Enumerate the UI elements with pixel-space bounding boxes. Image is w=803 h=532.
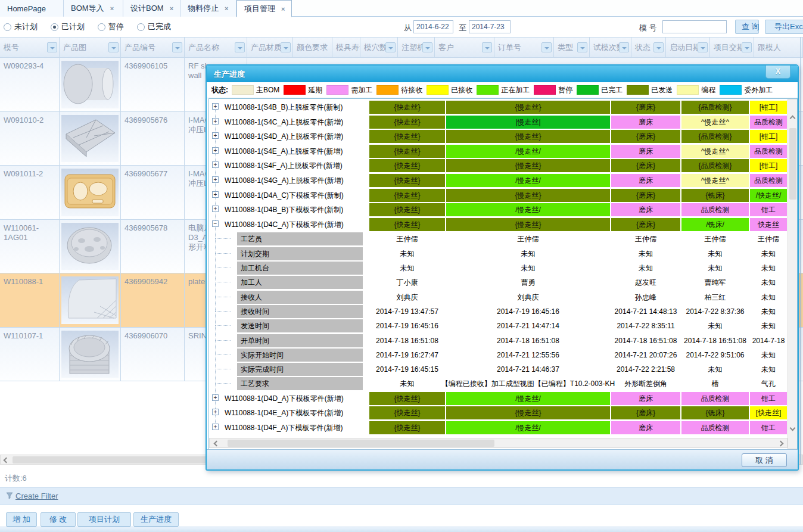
tree-expander-expand[interactable]: + — [212, 103, 219, 110]
process-cell[interactable]: [钳工] — [750, 130, 787, 143]
column-filter-dropdown[interactable] — [742, 42, 752, 52]
tree-row-name[interactable]: W110088-1(S4G_A)上脱板零件(新增) — [225, 176, 368, 186]
process-cell[interactable]: {慢走丝} — [446, 130, 610, 143]
mold-number-input[interactable] — [662, 20, 727, 33]
process-cell[interactable]: {快走丝} — [369, 159, 445, 172]
tree-row-name[interactable]: W110088-1(D4D_A)下模板零件(新增) — [225, 394, 368, 404]
process-cell[interactable]: 磨床 — [611, 174, 680, 187]
process-cell[interactable]: 品质检测 — [681, 203, 749, 216]
process-cell[interactable]: [钳工] — [750, 159, 787, 172]
process-cell[interactable]: {快走丝} — [369, 406, 445, 419]
tree-row-name[interactable]: W110088-1(S4C_A)上脱板零件(新增) — [225, 117, 368, 127]
column-filter-dropdown[interactable] — [172, 42, 182, 52]
process-cell[interactable]: {快走丝} — [369, 392, 445, 405]
process-cell[interactable]: 品质检测 — [750, 174, 787, 187]
process-cell[interactable]: ^慢走丝^ — [681, 174, 749, 187]
process-cell[interactable]: 磨床 — [611, 421, 680, 434]
process-cell[interactable]: {快走丝} — [369, 218, 445, 231]
process-cell[interactable]: {磨床} — [611, 218, 680, 231]
process-cell[interactable]: {品质检测} — [681, 101, 749, 114]
tab-HomePage[interactable]: HomePage — [0, 0, 64, 17]
scroll-right-icon[interactable] — [778, 440, 784, 446]
process-cell[interactable]: 磨床 — [611, 145, 680, 158]
process-cell[interactable]: {磨床} — [611, 101, 680, 114]
process-cell[interactable]: 磨床 — [611, 203, 680, 216]
process-cell[interactable]: {慢走丝} — [446, 159, 610, 172]
process-cell[interactable]: 磨床 — [611, 392, 680, 405]
close-icon[interactable]: X — [765, 66, 790, 79]
to-date-input[interactable] — [469, 20, 511, 33]
scroll-left-icon[interactable] — [214, 440, 220, 446]
column-header-跟模人[interactable]: 跟模人 — [754, 38, 803, 57]
cancel-button[interactable]: 取 消 — [742, 453, 787, 467]
process-cell[interactable]: 品质检测 — [681, 392, 749, 405]
tab-close-icon[interactable]: × — [281, 5, 285, 13]
dialog-vscroll-thumb[interactable] — [789, 128, 796, 200]
tab-设计BOM[interactable]: 设计BOM× — [123, 0, 180, 17]
process-cell[interactable]: /铣床/ — [681, 218, 749, 231]
process-cell[interactable]: {快走丝} — [369, 130, 445, 143]
process-cell[interactable]: /快走丝/ — [750, 189, 787, 202]
radio-已计划[interactable]: 已计划 — [51, 21, 85, 32]
footer-button-修改[interactable]: 修 改 — [41, 512, 76, 527]
process-cell[interactable]: {铣床} — [681, 189, 749, 202]
process-cell[interactable]: {品质检测} — [681, 130, 749, 143]
process-cell[interactable]: 品质检测 — [681, 421, 749, 434]
process-cell[interactable]: 钳工 — [750, 421, 787, 434]
process-cell[interactable]: /慢走丝/ — [446, 421, 610, 434]
dialog-title-bar[interactable]: 生产进度 X — [207, 66, 798, 82]
radio-circle-icon[interactable] — [4, 23, 11, 31]
radio-未计划[interactable]: 未计划 — [4, 21, 38, 32]
radio-circle-icon[interactable] — [137, 23, 145, 31]
tab-close-icon[interactable]: × — [110, 5, 114, 12]
tab-close-icon[interactable]: × — [225, 5, 228, 12]
tree-row-name[interactable]: W110088-1(S4B_B)上脱板零件(新制) — [225, 102, 368, 113]
process-cell[interactable]: /慢走丝/ — [446, 392, 610, 405]
column-filter-dropdown[interactable] — [541, 42, 552, 52]
process-cell[interactable]: {磨床} — [611, 159, 680, 172]
tree-expander-expand[interactable]: + — [212, 394, 219, 401]
process-cell[interactable]: {慢走丝} — [446, 406, 610, 419]
tree-row-name[interactable]: W110088-1(D4F_A)下模板零件(新增) — [225, 423, 368, 433]
process-cell[interactable]: 钳工 — [750, 203, 787, 216]
tree-expander-expand[interactable]: + — [212, 176, 219, 183]
process-cell[interactable]: {快走丝} — [369, 189, 445, 202]
process-cell[interactable]: /慢走丝/ — [446, 203, 610, 216]
process-cell[interactable]: 品质检测 — [750, 145, 787, 158]
process-cell[interactable]: /慢走丝/ — [446, 174, 610, 187]
process-cell[interactable]: 快走丝 — [750, 218, 787, 231]
column-header-颜色要求[interactable]: 颜色要求 — [293, 38, 332, 57]
tree-row-name[interactable]: W110088-1(S4F_A)上脱板零件(新增) — [225, 161, 368, 171]
tree-expander-expand[interactable]: + — [212, 118, 219, 125]
process-cell[interactable]: 品质检测 — [750, 116, 787, 129]
tree-expander-expand[interactable]: + — [212, 206, 219, 212]
tree-row-name[interactable]: W110088-1(D4B_B)下模板零件(新制) — [225, 205, 368, 215]
export-excel-button[interactable]: 导出Excel — [765, 20, 803, 34]
tree-expander-collapse[interactable]: − — [212, 220, 219, 227]
tree-row-name[interactable]: W110088-1(D4E_A)下模板零件(新增) — [225, 408, 368, 418]
process-cell[interactable]: {磨床} — [611, 189, 680, 202]
footer-button-生产进度[interactable]: 生产进度 — [133, 512, 179, 527]
process-cell[interactable]: {快走丝} — [369, 174, 445, 187]
tree-expander-expand[interactable]: + — [212, 191, 219, 198]
tree-expander-expand[interactable]: + — [212, 161, 219, 168]
column-filter-dropdown[interactable] — [108, 42, 119, 52]
process-cell[interactable]: |慢走丝| — [446, 116, 610, 129]
tree-expander-expand[interactable]: + — [212, 409, 219, 415]
footer-button-增加[interactable]: 增 加 — [6, 512, 37, 527]
column-filter-dropdown[interactable] — [47, 42, 57, 52]
process-cell[interactable]: {品质检测} — [681, 159, 749, 172]
dialog-hscroll-thumb[interactable] — [228, 440, 494, 447]
column-filter-dropdown[interactable] — [385, 42, 396, 52]
radio-circle-icon[interactable] — [98, 23, 105, 31]
scroll-left-icon[interactable] — [4, 458, 10, 463]
process-cell[interactable]: {铣床} — [681, 406, 749, 419]
process-cell[interactable]: ^慢走丝^ — [681, 116, 749, 129]
tab-项目管理[interactable]: 项目管理× — [236, 0, 292, 17]
process-cell[interactable]: 钳工 — [750, 392, 787, 405]
process-cell[interactable]: {慢走丝} — [446, 218, 610, 231]
tree-row-name[interactable]: W110088-1(D4C_A)下模板零件(新增) — [225, 220, 368, 230]
process-cell[interactable]: {快走丝} — [369, 116, 445, 129]
process-cell[interactable]: {磨床} — [611, 130, 680, 143]
process-cell[interactable]: [钳工] — [750, 101, 787, 114]
